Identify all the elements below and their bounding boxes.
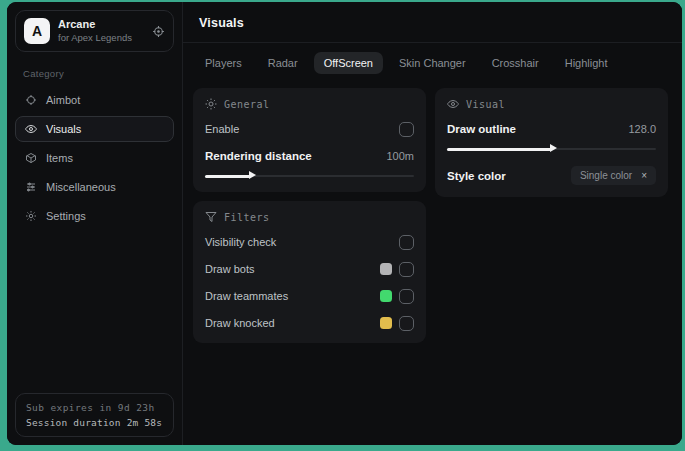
tab-bar: Players Radar OffScreen Skin Changer Cro…	[183, 43, 682, 78]
sidebar: A Arcane for Apex Legends Category Aimbo…	[7, 2, 183, 445]
main-content: Visuals Players Radar OffScreen Skin Cha…	[183, 2, 682, 445]
subscription-card: Sub expires in 9d 23h Session duration 2…	[15, 393, 174, 437]
panel-title: General	[224, 99, 270, 110]
sub-expiry-text: Sub expires in 9d 23h	[26, 402, 163, 413]
tab-offscreen[interactable]: OffScreen	[314, 52, 383, 74]
rendering-distance-label: Rendering distance	[205, 150, 312, 162]
slider-handle[interactable]	[550, 144, 557, 152]
draw-teammates-color-swatch[interactable]	[380, 290, 392, 302]
draw-knocked-label: Draw knocked	[205, 317, 275, 329]
app-subtitle: for Apex Legends	[58, 32, 144, 44]
tab-players[interactable]: Players	[195, 52, 252, 74]
panels-grid: General Enable Rendering distance 100m	[183, 78, 682, 353]
panel-visual: Visual Draw outline 128.0 Style color	[435, 88, 668, 197]
tab-crosshair[interactable]: Crosshair	[482, 52, 549, 74]
draw-bots-checkbox[interactable]	[399, 262, 414, 277]
panel-general: General Enable Rendering distance 100m	[193, 88, 426, 192]
panel-title: Visual	[466, 99, 505, 110]
style-color-row: Style color Single color ×	[447, 166, 656, 185]
brand-card: A Arcane for Apex Legends	[15, 10, 174, 52]
style-color-selected-value: Single color	[580, 170, 632, 181]
rendering-distance-value: 100m	[386, 150, 414, 162]
sidebar-item-label: Visuals	[46, 123, 81, 135]
eye-icon	[447, 98, 459, 110]
visibility-check-label: Visibility check	[205, 236, 276, 248]
enable-label: Enable	[205, 123, 239, 135]
eye-icon	[25, 123, 37, 135]
tab-radar[interactable]: Radar	[258, 52, 308, 74]
sidebar-item-label: Settings	[46, 210, 86, 222]
sidebar-item-aimbot[interactable]: Aimbot	[15, 87, 174, 113]
crosshair-target-icon[interactable]	[152, 25, 165, 38]
draw-bots-row: Draw bots	[205, 261, 414, 277]
panel-filters: Filters Visibility check Draw bots	[193, 201, 426, 343]
draw-bots-label: Draw bots	[205, 263, 255, 275]
rendering-distance-row: Rendering distance 100m	[205, 148, 414, 164]
sidebar-item-miscellaneous[interactable]: Miscellaneous	[15, 174, 174, 200]
draw-knocked-checkbox[interactable]	[399, 316, 414, 331]
draw-outline-value: 128.0	[628, 123, 656, 135]
draw-outline-row: Draw outline 128.0	[447, 121, 656, 137]
clear-selection-icon[interactable]: ×	[641, 170, 647, 181]
funnel-icon	[205, 211, 217, 223]
sidebar-item-visuals[interactable]: Visuals	[15, 116, 174, 142]
draw-knocked-row: Draw knocked	[205, 315, 414, 331]
enable-row: Enable	[205, 121, 414, 137]
tab-skin-changer[interactable]: Skin Changer	[389, 52, 476, 74]
app-title: Arcane	[58, 18, 144, 32]
draw-teammates-row: Draw teammates	[205, 288, 414, 304]
sidebar-item-label: Items	[46, 152, 73, 164]
sidebar-item-items[interactable]: Items	[15, 145, 174, 171]
style-color-label: Style color	[447, 170, 506, 182]
sliders-icon	[25, 181, 37, 193]
app-window: A Arcane for Apex Legends Category Aimbo…	[7, 2, 682, 445]
visibility-check-row: Visibility check	[205, 234, 414, 250]
draw-teammates-label: Draw teammates	[205, 290, 288, 302]
slider-handle[interactable]	[249, 171, 256, 179]
draw-outline-slider[interactable]	[447, 144, 656, 153]
sidebar-nav: Aimbot Visuals Items	[15, 87, 174, 229]
draw-teammates-checkbox[interactable]	[399, 289, 414, 304]
category-label: Category	[23, 68, 166, 79]
rendering-distance-slider[interactable]	[205, 171, 414, 180]
page-header: Visuals	[183, 2, 682, 43]
crosshair-icon	[25, 94, 37, 106]
tab-highlight[interactable]: Highlight	[555, 52, 618, 74]
visibility-check-checkbox[interactable]	[399, 235, 414, 250]
cube-icon	[25, 152, 37, 164]
style-color-select[interactable]: Single color ×	[571, 166, 656, 185]
page-title: Visuals	[199, 16, 666, 30]
panel-title: Filters	[224, 212, 270, 223]
sidebar-item-label: Aimbot	[46, 94, 80, 106]
sun-icon	[205, 98, 217, 110]
enable-checkbox[interactable]	[399, 122, 414, 137]
draw-knocked-color-swatch[interactable]	[380, 317, 392, 329]
draw-bots-color-swatch[interactable]	[380, 263, 392, 275]
sidebar-item-label: Miscellaneous	[46, 181, 116, 193]
session-duration-text: Session duration 2m 58s	[26, 417, 163, 428]
draw-outline-label: Draw outline	[447, 123, 516, 135]
sidebar-item-settings[interactable]: Settings	[15, 203, 174, 229]
app-logo: A	[24, 18, 50, 44]
gear-icon	[25, 210, 37, 222]
